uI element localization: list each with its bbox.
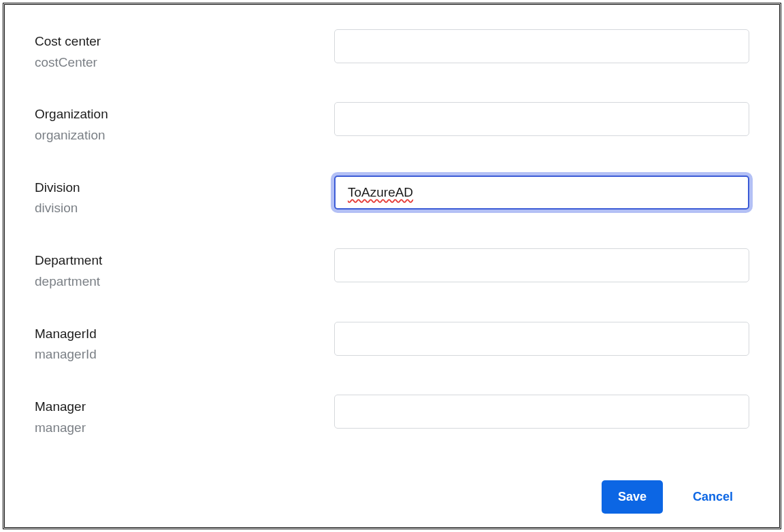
- cost-center-input[interactable]: [334, 29, 749, 63]
- input-col: [334, 102, 749, 136]
- division-input[interactable]: ToAzureAD: [334, 176, 749, 210]
- division-sublabel: division: [35, 200, 334, 217]
- row-manager: Manager manager: [35, 395, 749, 436]
- division-input-text: ToAzureAD: [348, 185, 413, 200]
- department-sublabel: department: [35, 273, 334, 290]
- input-col: [334, 322, 749, 356]
- row-department: Department department: [35, 248, 749, 290]
- label-col: Department department: [35, 248, 334, 290]
- form-panel: Cost center costCenter Organization orga…: [4, 4, 780, 528]
- row-manager-id: ManagerId managerId: [35, 322, 749, 363]
- input-col: [334, 395, 749, 429]
- label-col: ManagerId managerId: [35, 322, 334, 363]
- manager-id-input[interactable]: [334, 322, 749, 356]
- manager-id-label: ManagerId: [35, 326, 334, 343]
- input-col: [334, 29, 749, 63]
- cost-center-label: Cost center: [35, 33, 334, 50]
- organization-input[interactable]: [334, 102, 749, 136]
- department-label: Department: [35, 252, 334, 269]
- manager-id-sublabel: managerId: [35, 346, 334, 363]
- cost-center-sublabel: costCenter: [35, 54, 334, 71]
- save-button[interactable]: Save: [602, 480, 663, 514]
- row-division: Division division ToAzureAD: [35, 176, 749, 217]
- outer-frame: Cost center costCenter Organization orga…: [3, 3, 781, 529]
- manager-input[interactable]: [334, 395, 749, 429]
- cancel-button[interactable]: Cancel: [687, 480, 738, 514]
- label-col: Cost center costCenter: [35, 29, 334, 71]
- actions-bar: Save Cancel: [602, 480, 738, 514]
- department-input[interactable]: [334, 248, 749, 282]
- organization-label: Organization: [35, 106, 334, 123]
- division-label: Division: [35, 180, 334, 197]
- row-cost-center: Cost center costCenter: [35, 29, 749, 71]
- input-col: ToAzureAD: [334, 176, 749, 210]
- label-col: Manager manager: [35, 395, 334, 436]
- label-col: Division division: [35, 176, 334, 217]
- label-col: Organization organization: [35, 102, 334, 144]
- manager-label: Manager: [35, 399, 334, 416]
- manager-sublabel: manager: [35, 420, 334, 437]
- organization-sublabel: organization: [35, 127, 334, 144]
- row-organization: Organization organization: [35, 102, 749, 144]
- input-col: [334, 248, 749, 282]
